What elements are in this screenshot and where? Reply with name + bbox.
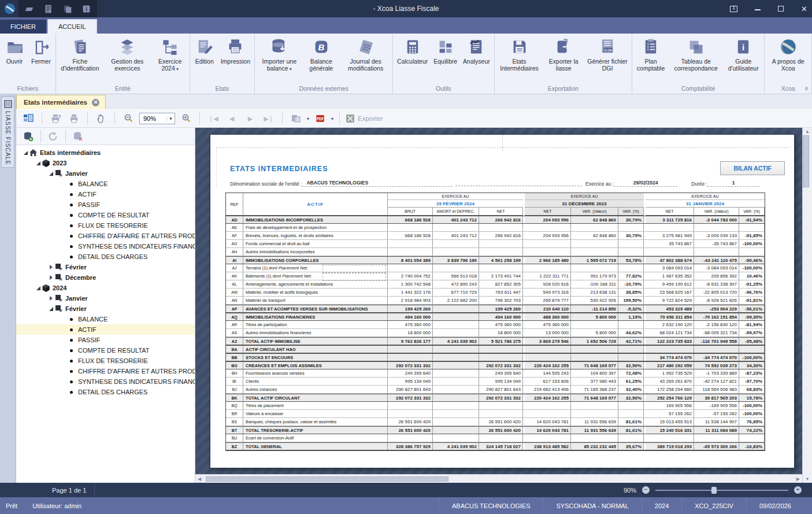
collapse-icon[interactable] [35,161,42,165]
ribbon-button-g-n-rer-fichier-dgi[interactable]: XLSMGénérer fichier DGI [584,35,631,72]
zoom-in-slider-icon[interactable]: + [794,486,802,494]
expand-icon[interactable] [47,265,54,269]
tree-item-f-vrier[interactable]: Février [16,262,195,272]
tree-item-compte-de-resultat[interactable]: COMPTE DE RESULTAT [16,210,195,220]
tree-item-2023[interactable]: 2023 [16,158,195,168]
qat-copy-icon[interactable] [62,4,72,14]
horizontal-scroll-thumb[interactable] [206,476,448,482]
ribbon-button-a-propos-de-xcoa[interactable]: A propos de Xcoa [766,35,810,72]
scroll-down-icon[interactable]: ▼ [803,476,812,482]
zoom-out-button[interactable] [121,112,136,125]
pan-hand-button[interactable] [94,112,109,125]
delete-data-button[interactable] [71,130,86,143]
minimize-button[interactable] [755,7,761,10]
close-tab-icon[interactable]: ✕ [92,99,99,106]
ribbon-button-calculateur[interactable]: Calculateur [394,35,431,65]
refresh-button[interactable] [46,130,61,143]
bilan-actif-button[interactable]: BILAN ACTIF [720,161,785,175]
ribbon-button-fiche-d-identification[interactable]: Fiche d'identification [57,35,103,72]
side-tab-liasse-fiscale[interactable]: LIASSE FISCALE [1,97,14,168]
close-button[interactable]: ✕ [801,5,807,13]
tree-item-d-cembre[interactable]: Décembre [16,272,195,283]
collapse-icon[interactable] [22,151,29,155]
tree-item-janvier[interactable]: Janvier [16,293,195,304]
tree-item-flux-de-tresorerie[interactable]: FLUX DE TRESORERIE [16,356,195,366]
qat-info-icon[interactable]: i [81,4,91,14]
zoom-level-combo[interactable]: 90% ▼ [139,113,175,124]
tree-item-actif[interactable]: ACTIF [16,189,195,199]
tree-item-detail-des-charges[interactable]: DETAIL DES CHARGES [16,387,195,397]
tree-item-flux-de-tresorerie[interactable]: FLUX DE TRESORERIE [16,220,195,231]
vertical-scrollbar[interactable]: ▲ ▼ [802,128,812,483]
ribbon-button-impression[interactable]: Impression [218,35,253,65]
vertical-scroll-thumb[interactable] [803,135,809,187]
document-tab[interactable]: Etats intermédiaires ✕ [16,95,106,109]
scroll-up-icon[interactable]: ▲ [803,129,812,134]
resize-grip[interactable]: ⋰ [804,503,812,509]
tree-item-actif[interactable]: ACTIF [16,324,195,335]
scroll-left-icon[interactable]: ◀ [195,476,203,482]
tree-item-f-vrier[interactable]: Février [16,304,195,314]
expand-icon[interactable] [47,275,54,280]
print-button[interactable] [66,112,81,125]
next-page-button[interactable]: ▶ [243,112,258,125]
add-data-button[interactable] [21,130,36,143]
page-layout-button[interactable] [288,112,303,125]
last-page-button[interactable]: ▶❘ [261,112,276,125]
ribbon-button-plan-comptable[interactable]: Plan comptable [633,35,668,72]
tab-fichier[interactable]: FICHIER [0,20,46,34]
tree-item-synthese-des-indicateurs-financiers[interactable]: SYNTHESE DES INDICATEURS FINANCIERS [16,241,195,252]
exporter-button[interactable]: Exporter [346,114,383,123]
ribbon-button-guide-d-utilisateur[interactable]: iGuide d'utilisateur [724,35,763,72]
qat-open-icon[interactable] [24,4,34,14]
ribbon-button-ouvrir[interactable]: Ouvrir [1,35,28,65]
ribbon-button-gestion-des-exercices[interactable]: Gestion des exercices [103,35,152,72]
panel-toggle-icon[interactable] [730,6,737,12]
ribbon-button-exporter-la-liasse[interactable]: Exporter la liasse [543,35,584,72]
expand-icon[interactable] [47,296,54,301]
tree-item-passif[interactable]: PASSIF [16,199,195,210]
ribbon-button-fermer[interactable]: Fermer [28,35,54,65]
tree-item-passif[interactable]: PASSIF [16,335,195,345]
ribbon-button-equilibre[interactable]: Equilibre [431,35,460,65]
ribbon-collapse-icon[interactable]: ∧ [804,85,809,91]
tree-item-balance[interactable]: BALANCE [16,314,195,324]
print-setup-button[interactable]: ? [48,112,63,125]
ribbon-button-etats-interm-diaires[interactable]: Etats Intermédiaires [496,35,543,72]
pdf-caret-icon[interactable]: ▾ [331,116,333,121]
tree-item-2024[interactable]: 2024 [16,283,195,293]
tree-item-chiffre-d-affaire-et-autres-produits[interactable]: CHIFFRE D'AFFAIRE ET AUTRES PRODUITS [16,366,195,376]
tree-item-synthese-des-indicateurs-financiers[interactable]: SYNTHESE DES INDICATEURS FINANCIERS [16,376,195,387]
ribbon-button-journal-des-modifications[interactable]: Journal des modifications [340,35,391,72]
ribbon-button-tableau-de-correspondance[interactable]: Tableau de correspondance [668,35,724,72]
thumbnails-toggle-button[interactable] [21,112,36,125]
ribbon-button-balance-g-n-rale[interactable]: BBalance générale [302,35,340,72]
zoom-slider-thumb[interactable] [711,487,717,494]
zoom-out-slider-icon[interactable]: − [642,486,650,494]
maximize-button[interactable] [778,6,784,12]
previous-page-button[interactable]: ◀ [224,112,239,125]
tree-item-compte-de-resultat[interactable]: COMPTE DE RESULTAT [16,345,195,356]
ribbon-button-edition[interactable]: Edition [191,35,218,65]
ribbon-button-analyseur[interactable]: Analyseur [460,35,493,65]
page-layout-caret-icon[interactable]: ▾ [307,116,309,121]
tree-item-chiffre-d-affaire-et-autres-produits[interactable]: CHIFFRE D'AFFAIRE ET AUTRES PRODUITS [16,231,195,241]
tree-item-etats-interm-diaires[interactable]: Etats intermédiaires [16,147,195,158]
ribbon-button-importer-une-balance[interactable]: Importer une balance ▾ [256,35,302,73]
zoom-combo-caret-icon[interactable]: ▼ [166,116,175,121]
tree-item-janvier[interactable]: Janvier [16,168,195,179]
zoom-slider-track[interactable] [655,490,788,491]
tree-item-detail-des-charges[interactable]: DETAIL DES CHARGES [16,252,195,262]
qat-document-icon[interactable] [43,4,53,14]
collapse-icon[interactable] [47,172,54,176]
first-page-button[interactable]: ❘◀ [206,112,221,125]
pdf-export-button[interactable]: PDF [313,112,328,125]
zoom-in-button[interactable] [179,112,194,125]
tab-accueil[interactable]: ACCUEIL [47,19,97,34]
tree-item-balance[interactable]: BALANCE [16,179,195,189]
scroll-right-icon[interactable]: ▶ [794,476,802,482]
ribbon-button-exercice-2024[interactable]: Exercice 2024 ▾ [152,35,188,73]
collapse-icon[interactable] [47,307,54,311]
collapse-icon[interactable] [35,286,42,290]
horizontal-scrollbar[interactable]: ◀ ▶ [195,474,802,483]
